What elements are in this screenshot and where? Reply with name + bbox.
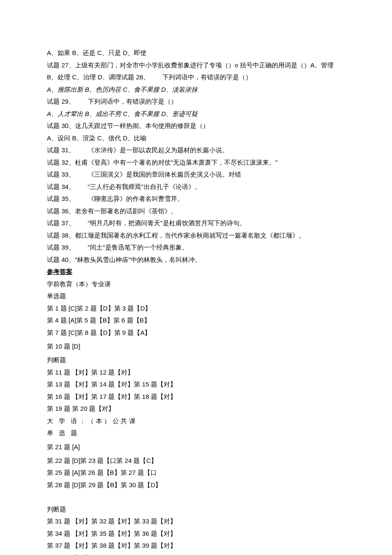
text-line: 单选题 [47, 290, 345, 302]
text-line: 第 1 题 [C]第 2 题【D】第 3 题【D】 [47, 302, 345, 315]
text-line: 第 25 题 [A]第 26 题【B】第 27 题【口 [47, 467, 345, 479]
document-page: A、如果 B、还是 C、只是 D、即使试题 27、上级有关部门，对全市中小学乱收… [0, 0, 392, 555]
text-line: 第 28 题 [D]第 29 题【B】第 30 题【D】 [47, 479, 345, 491]
text-line: 试题 40、"林教头风雪山神庙"中的林教头，名叫林冲。 [47, 254, 345, 266]
text-line: 第 37 题 【对】第 38 题【对】第 39 题【对】 [47, 540, 345, 552]
text-line: A、人才辈出 B、成出不穷 C、食不果腹 D、形迹可疑 [47, 108, 345, 120]
text-line: 第 40 题 【对】 [47, 552, 345, 555]
text-line: 参考答案 [47, 266, 345, 278]
document-body: A、如果 B、还是 C、只是 D、即使试题 27、上级有关部门，对全市中小学乱收… [47, 47, 345, 555]
text-line: A、如果 B、还是 C、只是 D、即使 [47, 47, 345, 59]
text-line [47, 491, 345, 503]
text-line: 第 10 题 [D] [47, 339, 345, 354]
text-line: 第 21 题 [A] [47, 439, 345, 455]
text-line: 第 22 题 [D]第 23 题【口第 24 题【C】 [47, 455, 345, 467]
text-line: A、设问 B、渲染 C、借代 D、比喻 [47, 132, 345, 145]
text-line: 试题 35、 《聊斋志异》的作者名叫曹雪芹。 [47, 193, 345, 205]
text-line: 试题 38、都江堰是我国著名的水利工程，当代作家余秋雨就写过一篇著名散文《都江堰… [47, 230, 345, 242]
text-line: 第 7 题 [C]第 8 题【D】第 9 题【A】 [47, 327, 345, 339]
text-line: 第 34 题 【对】第 35 题【对】第 36 题【对】 [47, 528, 345, 540]
text-line: 判断题 [47, 503, 345, 516]
text-line: 试题 34、 "三人行必有我师焉"出自孔子《论语》。 [47, 181, 345, 193]
text-line: 试题 30、这几天跟过节一样热闹。本句使用的修辞是（） [47, 120, 345, 132]
text-line: 第 11 题 【对】第 12 题【对】 [47, 366, 345, 379]
text-line: 试题 32、杜甫《登高》中有一个著名的对仗"无边落木萧萧下，不尽长江滚滚来。" [47, 157, 345, 169]
text-line: 第 16 题 【对】第 17 题【对】第 18 题【对】 [47, 391, 345, 403]
text-line: 第 19 题 第 20 题【对】 [47, 403, 345, 415]
text-line: A、推陈出新 B、色厉内荏 C、食不果腹 D、淡装浓抹 [47, 84, 345, 96]
text-line: 第 4 题 [A]第 5 题【B】第 6 题【B】 [47, 314, 345, 327]
text-line: 试题 29、 下列词语中，有错误的字是（） [47, 96, 345, 108]
text-line: 试题 33、 《三国演义》是我国的章回体长篇历史演义小说。对错 [47, 169, 345, 181]
text-line: 第 31 题 【对】第 32 题【对】第 33 题【对】 [47, 515, 345, 528]
text-line: 试题 27、上级有关部门，对全市中小学乱收费形象进行了专项（）o 括号中正确的用… [47, 59, 345, 84]
text-line: 试题 37、 "明月几时有，把酒问青天"是杜甫饮酒赏月写下的诗句。 [47, 217, 345, 230]
text-line: 试题 36、老舍有一部著名的话剧叫《茶馆》。 [47, 205, 345, 218]
text-line: 大 学 语：（本）公共课 [47, 415, 345, 427]
text-line: 第 13 题 【对】第 14 题【对】第 15 题【对】 [47, 378, 345, 391]
text-line: 学前教育（本）专业课 [47, 278, 345, 291]
text-line: 判断题 [47, 354, 345, 366]
text-line: 试题 31、 《水浒传》是一部以农民起义为题材的长篇小说。 [47, 144, 345, 157]
text-line: 单 选 题 [47, 427, 345, 439]
text-line: 试题 39、 "闰土"是鲁迅笔下的一个经典形象。 [47, 241, 345, 254]
